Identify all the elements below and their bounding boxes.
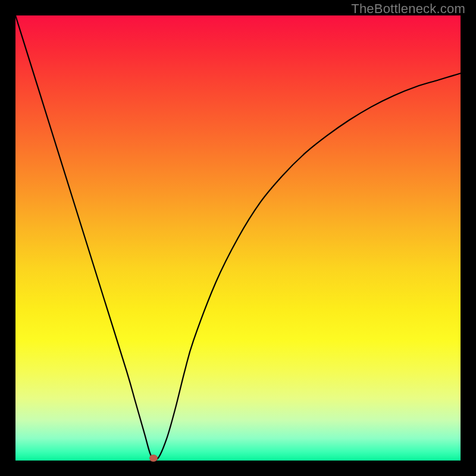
chart-container: TheBottleneck.com bbox=[0, 0, 476, 476]
watermark-text: TheBottleneck.com bbox=[351, 1, 465, 17]
optimal-point-marker bbox=[149, 455, 158, 462]
bottleneck-curve bbox=[15, 15, 461, 461]
